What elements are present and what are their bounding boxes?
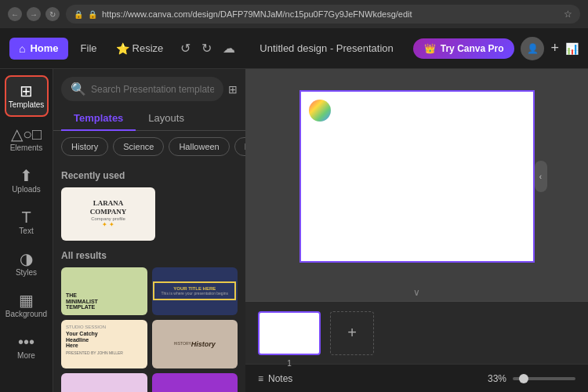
- undo-button[interactable]: ↺: [176, 36, 195, 60]
- collapse-panel-button[interactable]: ‹: [535, 161, 547, 192]
- search-icon: 🔍: [71, 82, 86, 96]
- browser-bar: ← → ↻ 🔒 🔒 https://www.canva.com/design/D…: [0, 0, 588, 28]
- history-title: History: [191, 340, 216, 348]
- zoom-section: 33%: [488, 373, 575, 384]
- resize-icon: ⭐: [116, 42, 129, 55]
- title-here-sub: This is where your presentation begins: [161, 291, 228, 296]
- zoom-slider[interactable]: [513, 377, 575, 380]
- sidebar-item-label: Background: [5, 310, 47, 318]
- tab-layouts[interactable]: Layouts: [136, 106, 197, 130]
- slide-wrapper: ‹: [299, 90, 535, 263]
- filmstrip: 1 +: [245, 301, 588, 364]
- chip-history[interactable]: History: [61, 137, 108, 156]
- all-results-grid: THEMINIMALISTTEMPLATE YOUR TITLE HERE Th…: [61, 267, 238, 393]
- status-bar: ≡ Notes 33%: [245, 364, 588, 392]
- resize-label: Resize: [132, 42, 164, 54]
- canvas-area: ‹ ∨ 1 + ≡ Notes 33%: [245, 69, 588, 392]
- template-card-minimalist[interactable]: THEMINIMALISTTEMPLATE: [61, 267, 147, 316]
- larana-title: LARANACOMPANY: [90, 199, 126, 216]
- notes-label: Notes: [268, 373, 292, 384]
- sidebar-item-templates[interactable]: ⊞ Templates: [5, 75, 49, 117]
- bookmark-icon: ☆: [564, 9, 572, 20]
- slide-canvas[interactable]: [299, 90, 535, 263]
- forward-button[interactable]: →: [27, 7, 41, 21]
- uploads-icon: ⬆: [20, 168, 33, 183]
- chip-halloween[interactable]: Halloween: [169, 137, 229, 156]
- home-label: Home: [30, 42, 58, 54]
- home-icon: ⌂: [19, 42, 25, 55]
- sidebar-item-styles[interactable]: ◑ Styles: [5, 245, 49, 283]
- sidebar-item-label: Text: [19, 227, 33, 235]
- sidebar-item-uploads[interactable]: ⬆ Uploads: [5, 162, 49, 200]
- elements-icon: △○□: [11, 126, 42, 142]
- resize-button[interactable]: ⭐ Resize: [110, 38, 170, 60]
- analytics-button[interactable]: 📊: [565, 42, 579, 55]
- notes-button[interactable]: ≡ Notes: [258, 373, 292, 384]
- recently-used-title: Recently used: [61, 170, 238, 181]
- panel-content: Recently used LARANACOMPANY Company prof…: [53, 162, 245, 392]
- plus-button[interactable]: +: [550, 40, 559, 56]
- sidebar: ⊞ Templates △○□ Elements ⬆ Uploads T Tex…: [0, 69, 53, 392]
- tab-templates[interactable]: Templates: [61, 106, 136, 130]
- url-text: https://www.canva.com/design/DAFP79MNJaM…: [102, 9, 559, 19]
- file-button[interactable]: File: [74, 38, 103, 59]
- template-card-title-here[interactable]: YOUR TITLE HERE This is where your prese…: [152, 267, 238, 316]
- template-card-larana[interactable]: LARANACOMPANY Company profile ✦ ✦: [61, 187, 155, 241]
- main-layout: ⊞ Templates △○□ Elements ⬆ Uploads T Tex…: [0, 69, 588, 392]
- template-card-friends[interactable]: Friends: [61, 373, 147, 392]
- larana-stars: ✦ ✦: [102, 221, 114, 228]
- history-label: History: [174, 341, 191, 346]
- try-pro-button[interactable]: 👑 Try Canva Pro: [413, 38, 515, 59]
- lock-icon: 🔒: [74, 10, 83, 19]
- back-button[interactable]: ←: [8, 7, 22, 21]
- sidebar-item-label: Styles: [16, 268, 37, 277]
- slide-number: 1: [287, 359, 292, 368]
- canvas-main[interactable]: ‹: [245, 69, 588, 284]
- text-icon: T: [21, 209, 31, 225]
- scroll-chevron-icon: ∨: [413, 287, 420, 298]
- redo-button[interactable]: ↻: [197, 36, 216, 60]
- slide-thumbnail[interactable]: [258, 311, 321, 355]
- home-button[interactable]: ⌂ Home: [9, 38, 68, 60]
- sidebar-item-background[interactable]: ▦ Background: [5, 286, 49, 325]
- scroll-indicator: ∨: [245, 284, 588, 301]
- studio-headline: Your CatchyHeadlineHere: [66, 331, 143, 349]
- notes-icon: ≡: [258, 373, 263, 384]
- zoom-percent: 33%: [488, 373, 506, 384]
- sidebar-item-text[interactable]: T Text: [5, 203, 49, 241]
- color-accent: [309, 100, 331, 122]
- canva-toolbar: ⌂ Home File ⭐ Resize ↺ ↻ ☁ Untitled desi…: [0, 28, 588, 69]
- cloud-button[interactable]: ☁: [218, 36, 240, 60]
- undo-redo-group: ↺ ↻ ☁: [176, 36, 240, 60]
- all-results-title: All results: [61, 250, 238, 261]
- filter-chips: History Science Halloween Busine… ›: [53, 131, 245, 162]
- refresh-button[interactable]: ↻: [45, 7, 60, 21]
- more-icon: •••: [18, 334, 34, 350]
- browser-controls: ← → ↻: [8, 7, 60, 21]
- panel-tabs: Templates Layouts: [53, 106, 245, 131]
- add-slide-button[interactable]: +: [330, 311, 374, 355]
- secure-icon: 🔒: [88, 10, 97, 19]
- sidebar-item-label: Templates: [9, 100, 45, 109]
- search-input[interactable]: [91, 84, 214, 95]
- filter-button[interactable]: ⊞: [228, 83, 238, 96]
- template-card-history[interactable]: History History: [152, 320, 238, 368]
- templates-panel: 🔍 ⊞ Templates Layouts History Science Ha…: [53, 69, 245, 392]
- document-title: Untitled design - Presentation: [246, 42, 406, 54]
- templates-icon: ⊞: [20, 83, 33, 99]
- user-avatar[interactable]: 👤: [521, 37, 544, 60]
- background-icon: ▦: [19, 292, 34, 308]
- crown-icon: 👑: [424, 43, 436, 54]
- sidebar-item-elements[interactable]: △○□ Elements: [5, 120, 49, 158]
- template-card-studio[interactable]: STUDIO SESSION Your CatchyHeadlineHere P…: [61, 320, 147, 368]
- recently-used-grid: LARANACOMPANY Company profile ✦ ✦: [61, 187, 238, 241]
- sidebar-item-label: More: [17, 351, 35, 360]
- address-bar[interactable]: 🔒 🔒 https://www.canva.com/design/DAFP79M…: [66, 5, 580, 24]
- chip-science[interactable]: Science: [113, 137, 164, 156]
- studio-label: STUDIO SESSION: [66, 325, 143, 329]
- sidebar-item-more[interactable]: ••• More: [5, 328, 49, 366]
- template-card-jonathan[interactable]: JONATHANPATTERSON: [152, 373, 238, 392]
- minimalist-title: THEMINIMALISTTEMPLATE: [66, 292, 98, 310]
- try-pro-label: Try Canva Pro: [441, 43, 504, 54]
- chip-business[interactable]: Busine…: [234, 137, 245, 156]
